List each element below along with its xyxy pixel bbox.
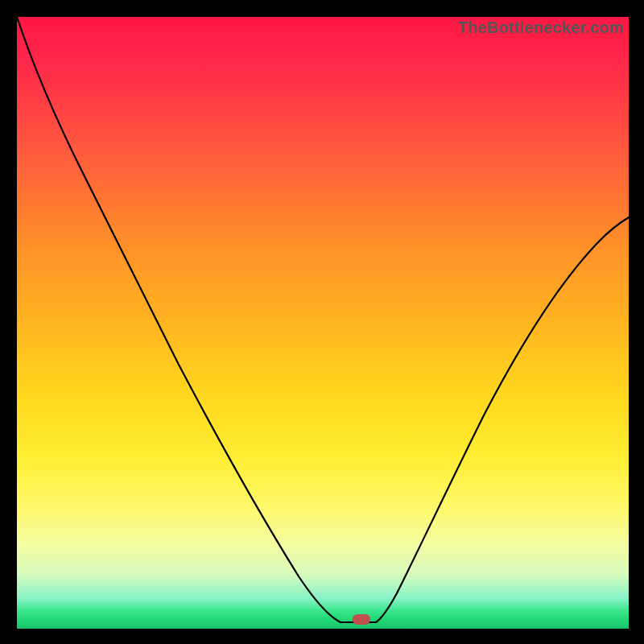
bottleneck-curve <box>17 17 629 629</box>
optimal-point-marker <box>353 614 370 625</box>
chart-plot-area: TheBottlenecker.com <box>17 17 629 629</box>
curve-path <box>17 17 629 622</box>
